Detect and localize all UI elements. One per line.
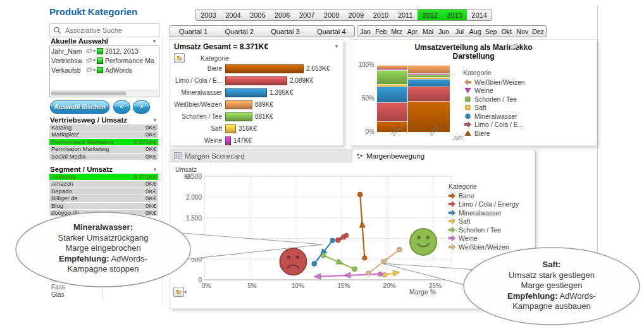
list-item-katalog[interactable]: Katalog0K€: [49, 124, 158, 131]
list-item-fass[interactable]: Fass: [50, 284, 158, 291]
list-item-dooyoo-de[interactable]: dooyoo de0K€: [49, 210, 158, 216]
year-tab-2005[interactable]: 2005: [245, 9, 270, 20]
month-tab-feb[interactable]: Feb: [373, 26, 389, 37]
selection-row[interactable]: Verkaufsb▾AdWords: [50, 65, 159, 75]
month-tab-okt[interactable]: Okt: [498, 26, 514, 37]
scatter-legend-saft[interactable]: Saft: [449, 217, 537, 226]
selection-row[interactable]: Vertriebsw▾Performance Ma: [50, 56, 159, 65]
scatter-legend-biere[interactable]: Biere: [449, 191, 537, 200]
list-item-performance-marketing[interactable]: Performance Marketing8.371K€: [49, 139, 158, 145]
month-tab-apr[interactable]: Apr: [404, 26, 420, 37]
scatter-legend-wei-bier-weizen[interactable]: Weißbier/Weizen: [449, 243, 537, 251]
list-item-blog[interactable]: Blog0K€: [49, 203, 158, 209]
mm-legend-limo-cola-e-[interactable]: Limo / Cola / E...: [464, 121, 591, 129]
trajectory-saft[interactable]: [383, 269, 400, 277]
year-tab-2007[interactable]: 2007: [295, 9, 319, 20]
bar-weine[interactable]: [225, 136, 231, 145]
year-tab-2010[interactable]: 2010: [368, 9, 393, 20]
eraser-icon[interactable]: [509, 44, 520, 51]
cycle-chart-icon[interactable]: ↻: [173, 287, 184, 297]
month-tab-dez[interactable]: Dez: [530, 26, 546, 37]
month-tab-jul[interactable]: Jul: [452, 26, 468, 37]
bar-mineralwasser[interactable]: [225, 88, 267, 97]
bar-biere[interactable]: [225, 64, 304, 73]
chevron-down-icon[interactable]: ▼: [523, 44, 528, 50]
list-item-4x-sixpacks[interactable]: 4x Sixpacks: [50, 276, 158, 284]
trajectory-limo-cola-energy[interactable]: [336, 233, 349, 243]
year-tab-2014[interactable]: 2014: [467, 9, 492, 20]
year-tab-2006[interactable]: 2006: [270, 9, 295, 20]
mm-segment-limo-cola-e-[interactable]: [408, 87, 450, 101]
list-item-social-media[interactable]: Social Media0K€: [49, 153, 158, 160]
search-input[interactable]: [64, 26, 159, 35]
search-box[interactable]: [49, 23, 159, 37]
month-tab-mai[interactable]: Mai: [420, 26, 436, 37]
year-filter-strip[interactable]: 2003200420052006200720082009201020112012…: [195, 9, 492, 21]
trajectory-mineralwasser[interactable]: [312, 238, 335, 266]
bar-wei-bier-weizen[interactable]: [225, 100, 252, 109]
list-item-amazon[interactable]: Amazon0K€: [49, 181, 158, 187]
list-item-bepado[interactable]: Bepado0K€: [49, 188, 158, 195]
chevron-down-icon[interactable]: ▼: [152, 117, 158, 123]
list-item-billiger-de[interactable]: Billiger de0K€: [49, 195, 158, 202]
current-selection-header[interactable]: Akuelle Auswahl ▼: [51, 37, 157, 45]
year-tab-2012[interactable]: 2012: [418, 9, 442, 20]
bar-saft[interactable]: [225, 124, 236, 133]
back-button[interactable]: <: [113, 100, 130, 114]
current-selection-box[interactable]: Jahr_Nam▾2012, 2013Vertriebsw▾Performanc…: [49, 45, 159, 97]
month-tab-aug[interactable]: Aug: [468, 26, 483, 37]
chevron-down-icon[interactable]: ▼: [152, 167, 158, 172]
list-item-adwords[interactable]: AdWords8.371K€: [49, 174, 158, 180]
list-item-marktplatz[interactable]: Marktplatz0K€: [49, 131, 158, 138]
marimekko-plot[interactable]: [377, 65, 450, 132]
mm-segment-limo-cola-e-[interactable]: [377, 102, 407, 121]
mm-legend-mineralwasser[interactable]: Mineralwasser: [464, 112, 591, 121]
scatter-legend-mineralwasser[interactable]: Mineralwasser: [449, 208, 537, 217]
quarter-filter-strip[interactable]: Quartal 1Quartal 2Quartal 3Quartal 4: [170, 25, 355, 37]
year-tab-2008[interactable]: 2008: [319, 9, 344, 20]
mm-segment-wei-bier-weizen[interactable]: [408, 65, 450, 73]
vertriebsweg-list-header[interactable]: Vertriebsweg / Umsatz ▼: [50, 116, 158, 124]
scrollbar-thumb[interactable]: [51, 92, 126, 95]
chevron-down-icon[interactable]: ▾: [184, 289, 187, 295]
mm-column-2012[interactable]: [377, 65, 407, 132]
bar-limo-cola-e-[interactable]: [225, 76, 287, 85]
quarter-tab-quartal-2[interactable]: Quartal 2: [216, 26, 263, 37]
month-tab-nov[interactable]: Nov: [514, 26, 530, 37]
scatter-legend-weine[interactable]: Weine: [449, 234, 537, 243]
segment-list-header[interactable]: Segment / Umsatz ▼: [50, 166, 158, 173]
scrollbar[interactable]: [51, 90, 158, 96]
chevron-down-icon[interactable]: ▼: [334, 44, 339, 49]
mm-column-2013[interactable]: [408, 65, 450, 132]
month-tab-jan[interactable]: Jan: [357, 26, 373, 37]
quarter-tab-quartal-1[interactable]: Quartal 1: [170, 26, 216, 37]
year-tab-2013[interactable]: 2013: [442, 9, 467, 20]
bar-schorlen-tee[interactable]: [225, 112, 252, 121]
month-filter-strip[interactable]: JanFebMrzAprMaiJunJulAugSepOktNovDez: [357, 25, 547, 37]
chevron-down-icon[interactable]: ▼: [152, 39, 157, 44]
eraser-icon[interactable]: [85, 67, 93, 73]
mm-legend-saft[interactable]: Saft: [464, 104, 591, 112]
year-tab-2009[interactable]: 2009: [344, 9, 369, 20]
selection-row[interactable]: Jahr_Nam▾2012, 2013: [50, 46, 159, 56]
clear-selection-button[interactable]: Auswahl löschen: [50, 100, 109, 114]
mm-legend-biere[interactable]: Biere: [464, 129, 591, 138]
mm-segment-mineralwasser[interactable]: [408, 79, 450, 87]
chevron-down-icon[interactable]: ▾: [93, 67, 96, 73]
mm-legend-schorlen-tee[interactable]: Schorlen / Tee: [464, 95, 591, 104]
list-item-permission-marketing[interactable]: Permission Marketing0K€: [49, 146, 158, 152]
chevron-down-icon[interactable]: ▾: [93, 48, 96, 54]
list-item-glas[interactable]: Glas: [50, 291, 158, 299]
eraser-icon[interactable]: [85, 57, 93, 63]
month-tab-jun[interactable]: Jun: [436, 26, 452, 37]
quarter-tab-quartal-4[interactable]: Quartal 4: [308, 26, 354, 37]
mm-segment-biere[interactable]: [408, 101, 450, 132]
month-tab-mrz[interactable]: Mrz: [389, 26, 405, 37]
year-tab-2004[interactable]: 2004: [221, 9, 245, 20]
eraser-icon[interactable]: [85, 48, 93, 54]
cycle-dimension-icon[interactable]: ↻: [174, 53, 185, 63]
scatter-legend-limo-cola-energy[interactable]: Limo / Cola / Energy: [449, 200, 537, 209]
trajectory-biere[interactable]: [357, 192, 367, 260]
scatter-legend-schorlen-tee[interactable]: Schorlen / Tee: [449, 226, 537, 234]
quarter-tab-quartal-3[interactable]: Quartal 3: [263, 26, 309, 37]
